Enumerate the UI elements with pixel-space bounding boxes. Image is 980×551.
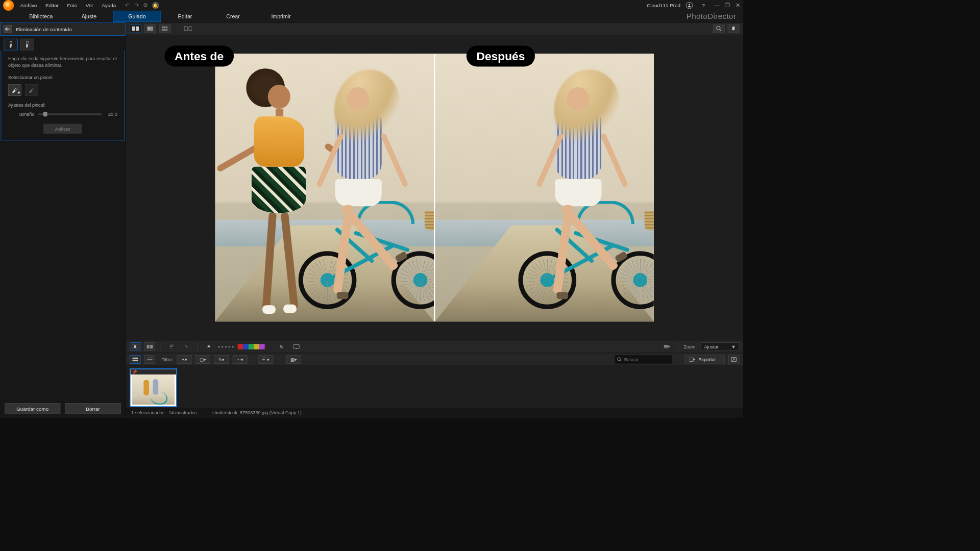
menu-view[interactable]: Ver <box>86 3 93 8</box>
export-button[interactable]: Exportar... <box>685 355 725 364</box>
stack-icon[interactable] <box>662 342 672 351</box>
pen-icon[interactable]: ✎ <box>181 342 192 351</box>
tab-create[interactable]: Crear <box>209 11 257 22</box>
app-logo <box>3 0 14 11</box>
search-input[interactable] <box>624 357 682 362</box>
view-mirror-icon[interactable] <box>182 24 194 33</box>
svg-point-13 <box>717 27 720 30</box>
size-slider[interactable] <box>38 113 102 115</box>
undo-icon[interactable]: ↶ <box>125 2 130 9</box>
title-bar: Archivo Editar Foto Ver Ayuda ↶ ↷ ⚙ 🔔 Cl… <box>0 0 743 11</box>
size-slider-row: Tamaño 20.0 <box>8 111 117 117</box>
svg-rect-2 <box>136 27 139 31</box>
tab-guided[interactable]: Guiado <box>113 11 161 22</box>
filter-more-dropdown[interactable]: ⋯▾ <box>233 355 248 364</box>
thumb-small-icon[interactable] <box>130 355 140 364</box>
viewer-toolbar <box>126 22 743 35</box>
brush-tab-1[interactable]: 🖌 <box>4 39 18 51</box>
minimize-icon[interactable]: — <box>714 3 720 9</box>
brand-label: PhotoDirector <box>687 11 743 22</box>
svg-point-4 <box>148 28 150 29</box>
flag-icon[interactable]: ⚑ <box>203 342 214 351</box>
layout-fit-icon[interactable] <box>130 342 140 351</box>
svg-rect-7 <box>166 27 167 29</box>
user-avatar-icon[interactable] <box>686 2 693 9</box>
svg-point-27 <box>618 357 621 360</box>
zoom-select[interactable]: Ajustar▼ <box>701 342 740 351</box>
sort-icon[interactable] <box>166 342 177 351</box>
image-viewer[interactable]: Antes de Después <box>126 35 743 340</box>
search-icon <box>617 357 622 362</box>
color-labels[interactable] <box>238 344 265 349</box>
instruction-text: Haga clic en la siguiente herramienta pa… <box>8 55 117 69</box>
svg-rect-20 <box>296 348 297 349</box>
help-icon[interactable]: ? <box>702 3 704 8</box>
svg-rect-10 <box>166 29 167 31</box>
menu-help[interactable]: Ayuda <box>102 3 116 8</box>
search-box[interactable]: ✕ <box>615 355 673 364</box>
main-menu: Archivo Editar Foto Ver Ayuda <box>20 3 116 8</box>
filter-edit-dropdown[interactable]: ✎▾ <box>214 355 229 364</box>
expand-icon[interactable] <box>728 355 739 364</box>
size-value: 20.0 <box>106 111 117 117</box>
apply-button[interactable]: Aplicar <box>43 124 82 134</box>
view-compare-icon[interactable] <box>130 24 141 33</box>
menu-file[interactable]: Archivo <box>20 3 37 8</box>
svg-rect-19 <box>294 345 300 348</box>
size-label: Tamaño <box>8 111 35 117</box>
zoom-label: Zoom: <box>683 344 697 349</box>
filmstrip-toolbar-2: Filtro: ✶▾ ▢▾ ✎▾ ⋯▾ ▾ ▦▾ ✕ <box>126 353 743 365</box>
module-tabs: Biblioteca Ajuste Guiado Editar Crear Im… <box>0 11 743 22</box>
svg-rect-22 <box>134 357 136 359</box>
back-button[interactable] <box>4 25 12 33</box>
screen-icon[interactable] <box>291 342 302 351</box>
svg-rect-9 <box>164 29 166 31</box>
after-image <box>435 54 653 321</box>
tab-print[interactable]: Imprimir <box>257 11 305 22</box>
filter-flag-dropdown[interactable]: ✶▾ <box>177 355 192 364</box>
view-single-icon[interactable] <box>144 24 156 33</box>
brush-icon: 🖌 <box>22 40 32 49</box>
thumbnail-strip: 📌 <box>126 365 743 408</box>
close-icon[interactable]: ✕ <box>736 3 740 9</box>
svg-line-28 <box>620 360 621 361</box>
status-bar: 1 seleccionados - 14 mostrados shutterst… <box>126 408 743 418</box>
svg-line-14 <box>720 30 721 31</box>
sort-dropdown[interactable]: ▾ <box>259 355 274 364</box>
brush-subtract-button[interactable]: 🖌− <box>25 84 38 96</box>
selection-status: 1 seleccionados - 14 mostrados <box>131 410 197 416</box>
svg-rect-29 <box>690 358 694 361</box>
menu-edit[interactable]: Editar <box>45 3 59 8</box>
stack-dropdown[interactable]: ▦▾ <box>286 355 301 364</box>
clear-button[interactable]: Borrar <box>65 403 120 414</box>
brush-add-button[interactable]: 🖌+ <box>8 84 21 96</box>
thumbnail-item[interactable]: 📌 <box>130 368 177 407</box>
before-badge: Antes de <box>164 45 234 66</box>
svg-rect-23 <box>136 357 138 359</box>
menu-photo[interactable]: Foto <box>67 3 77 8</box>
settings-icon[interactable]: ⚙ <box>143 2 148 9</box>
rating-dots[interactable] <box>218 346 234 348</box>
zoom-tool-icon[interactable] <box>713 24 725 33</box>
layout-split-icon[interactable] <box>144 342 155 351</box>
thumb-list-icon[interactable] <box>144 355 155 364</box>
svg-rect-16 <box>134 345 136 348</box>
rotate-icon[interactable]: ↻ <box>276 342 287 351</box>
tab-adjust[interactable]: Ajuste <box>65 11 113 22</box>
notifications-icon[interactable]: 🔔 <box>152 2 159 9</box>
svg-rect-25 <box>134 360 136 361</box>
maximize-icon[interactable]: ❐ <box>725 3 730 9</box>
pin-icon: 📌 <box>132 370 137 374</box>
tab-library[interactable]: Biblioteca <box>17 11 65 22</box>
panel-header: Eliminación de contenido <box>0 22 126 36</box>
filename-status: shutterstock_87508369.jpg (Virtual Copy … <box>212 410 302 416</box>
brush-tab-2[interactable]: 🖌 <box>20 39 34 51</box>
view-grid-icon[interactable] <box>159 24 171 33</box>
save-as-button[interactable]: Guardar como <box>5 403 60 414</box>
chevron-down-icon: ▼ <box>731 344 736 349</box>
tab-edit[interactable]: Editar <box>161 11 209 22</box>
filter-label-dropdown[interactable]: ▢▾ <box>195 355 210 364</box>
user-name[interactable]: Cloud111 Prod <box>647 3 680 8</box>
redo-icon[interactable]: ↷ <box>134 2 139 9</box>
hand-tool-icon[interactable] <box>728 24 740 33</box>
